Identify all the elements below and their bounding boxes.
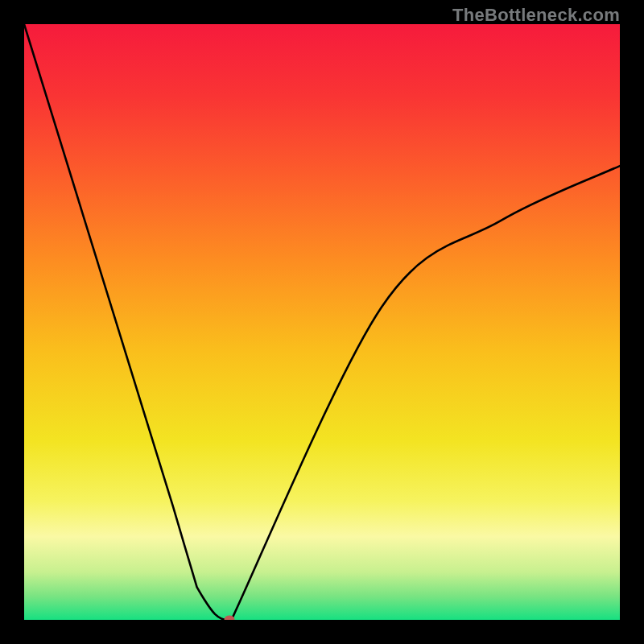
bottleneck-curve — [24, 24, 620, 620]
optimum-marker-icon — [225, 616, 235, 621]
chart-frame: TheBottleneck.com — [0, 0, 644, 644]
watermark-text: TheBottleneck.com — [452, 5, 620, 26]
plot-area — [24, 24, 620, 620]
